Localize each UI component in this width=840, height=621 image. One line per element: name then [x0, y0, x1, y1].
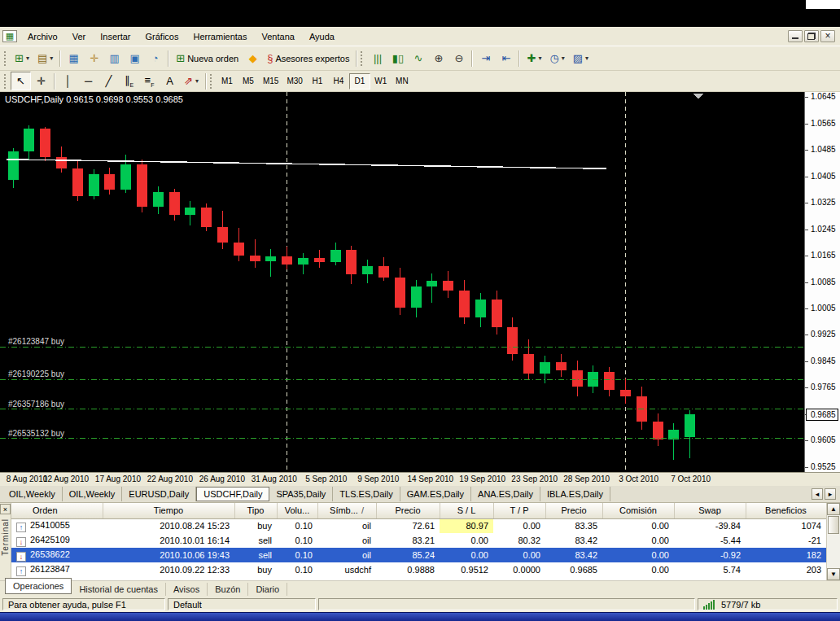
toolbar-grip[interactable]: [4, 51, 8, 66]
horizontal-line-button[interactable]: ─: [78, 72, 98, 90]
timeframe-w1[interactable]: W1: [370, 73, 392, 90]
menu-ventana[interactable]: Ventana: [255, 29, 302, 44]
menu-gra-ficos[interactable]: Gráficos: [138, 29, 186, 44]
chart-tab-gam-es-daily[interactable]: GAM.ES,Daily: [400, 487, 471, 501]
column-header-tiempo[interactable]: Tiempo: [103, 503, 234, 518]
terminal-tab-buzo-n[interactable]: Buzón: [208, 583, 248, 596]
terminal-tab-historial-de-cuentas[interactable]: Historial de cuentas: [72, 583, 166, 596]
candlestick-button[interactable]: ▮▯: [387, 49, 408, 68]
zoom-out-button[interactable]: ⊖: [448, 49, 469, 68]
column-header-comisio-n[interactable]: Comisión: [602, 503, 674, 518]
order-row-25410055[interactable]: ↑254100552010.08.24 15:23buy0.10oil72.61…: [11, 518, 826, 533]
menu-insertar[interactable]: Insertar: [93, 29, 138, 44]
channel-button[interactable]: ∥E: [119, 72, 139, 90]
scroll-up-icon[interactable]: ▲: [827, 503, 840, 515]
periods-button[interactable]: ◷▾: [545, 49, 568, 68]
price-tick-label: 0.9525: [805, 462, 836, 471]
vertical-dashed-lines[interactable]: [287, 92, 626, 472]
chart-shift-button[interactable]: ⇤: [496, 49, 516, 68]
chart-tab-oil-weekly[interactable]: OIL,Weekly: [2, 487, 63, 501]
tabs-scroll-right-icon[interactable]: ▸: [825, 488, 836, 500]
crosshair-button[interactable]: ✛: [31, 72, 51, 90]
chart-shift-icon: ⇤: [502, 53, 511, 63]
column-header-s-l[interactable]: S / L: [440, 503, 493, 518]
terminal-tab-avisos[interactable]: Avisos: [166, 583, 208, 596]
timeframe-h1[interactable]: H1: [307, 73, 328, 90]
chart-area[interactable]: #26123847 buy#26190225 buy#26357186 buy#…: [0, 92, 840, 472]
terminal-scrollbar[interactable]: ▲ ▼: [826, 503, 840, 580]
terminal-tab-operaciones[interactable]: Operaciones: [5, 578, 72, 594]
navigator-button[interactable]: ✛: [84, 49, 104, 68]
timeframe-h4[interactable]: H4: [328, 73, 349, 90]
expert-advisors-button[interactable]: §Asesores expertos: [263, 49, 353, 68]
close-button[interactable]: [820, 30, 835, 42]
toolbar-grip[interactable]: [4, 74, 8, 89]
column-header-t-p[interactable]: T / P: [493, 503, 545, 518]
terminal-close-button[interactable]: ×: [0, 504, 11, 514]
chart-tab-oil-weekly[interactable]: OIL,Weekly: [63, 487, 123, 501]
order-row-26123847[interactable]: ↑261238472010.09.22 12:33buy0.10usdchf0.…: [11, 562, 826, 577]
column-header-precio[interactable]: Precio: [376, 503, 440, 518]
order-row-26538622[interactable]: ↓265386222010.10.06 19:43sell0.10oil85.2…: [11, 548, 826, 562]
timeframe-m5[interactable]: M5: [238, 73, 259, 90]
metaeditor-button[interactable]: ◆: [243, 49, 263, 68]
column-header-orden[interactable]: Orden: [11, 503, 103, 518]
chart-canvas[interactable]: #26123847 buy#26190225 buy#26357186 buy#…: [0, 92, 804, 472]
toolbar-grip[interactable]: [210, 74, 214, 89]
column-header-swap[interactable]: Swap: [674, 503, 746, 518]
bar-chart-button[interactable]: |||: [367, 49, 387, 68]
terminal-toggle-button[interactable]: ▣: [125, 49, 145, 68]
tabs-scroll-left-icon[interactable]: ◂: [812, 488, 823, 500]
scroll-down-icon[interactable]: ▼: [827, 568, 840, 580]
column-header-tipo[interactable]: Tipo: [234, 503, 277, 518]
time-tick-label: 17 Aug 2010: [91, 474, 145, 483]
time-tick-label: 7 Oct 2010: [664, 474, 718, 483]
chart-tab-spa35-daily[interactable]: SPA35,Daily: [269, 487, 333, 501]
line-chart-button[interactable]: ∿: [408, 49, 428, 68]
market-watch-button[interactable]: ▦: [63, 49, 84, 68]
vertical-line-button[interactable]: │: [58, 72, 78, 90]
cursor-button[interactable]: ↖: [11, 72, 31, 90]
menu-ayuda[interactable]: Ayuda: [302, 29, 342, 44]
restore-button[interactable]: [804, 30, 819, 42]
trendline-button[interactable]: ╱: [98, 72, 119, 90]
timeframe-m15[interactable]: M15: [259, 73, 282, 90]
chart-tab-ibla-es-daily[interactable]: IBLA.ES,Daily: [540, 487, 610, 501]
fibonacci-button[interactable]: ≡F: [139, 72, 160, 90]
scrollbar-track[interactable]: [827, 535, 840, 568]
menu-ver[interactable]: Ver: [65, 29, 94, 44]
trendline-object[interactable]: [7, 160, 606, 168]
profiles-button[interactable]: ▤▾: [33, 49, 57, 68]
chart-tab-tls-es-daily[interactable]: TLS.ES,Daily: [333, 487, 400, 501]
timeframe-m30[interactable]: M30: [282, 73, 306, 90]
templates-button[interactable]: ▨▾: [569, 49, 593, 68]
new-chart-button[interactable]: ⊞▾: [11, 49, 33, 68]
column-header-precio[interactable]: Precio: [545, 503, 602, 518]
chart-tab-ana-es-daily[interactable]: ANA.ES,Daily: [471, 487, 540, 501]
auto-scroll-button[interactable]: ⇥: [475, 49, 496, 68]
arrows-button[interactable]: ⇗▾: [180, 72, 203, 90]
column-header-si-mb[interactable]: Símb.../: [317, 503, 376, 518]
chart-tab-eurusd-daily[interactable]: EURUSD,Daily: [122, 487, 196, 501]
menu-herramientas[interactable]: Herramientas: [186, 29, 254, 44]
indicators-button[interactable]: ✚▾: [523, 49, 545, 68]
minimize-button[interactable]: [788, 30, 803, 42]
strategy-tester-button[interactable]: ◔: [145, 49, 165, 68]
column-header-beneficios[interactable]: Beneficios: [746, 503, 826, 518]
timeframe-mn[interactable]: MN: [392, 73, 413, 90]
menu-archivo[interactable]: Archivo: [20, 29, 65, 44]
new-order-button[interactable]: ⊞Nueva orden: [172, 49, 243, 68]
timeframe-m1[interactable]: M1: [217, 73, 238, 90]
chart-tab-usdchf-daily[interactable]: USDCHF,Daily: [196, 487, 269, 501]
text-button[interactable]: A: [160, 72, 180, 90]
order-row-26425109[interactable]: ↓264251092010.10.01 16:14sell0.10oil83.2…: [11, 533, 826, 548]
order-lines[interactable]: #26123847 buy#26190225 buy#26357186 buy#…: [0, 337, 804, 438]
zoom-in-button[interactable]: ⊕: [428, 49, 448, 68]
terminal-tab-diario[interactable]: Diario: [248, 583, 287, 596]
column-header-volu[interactable]: Volu...: [277, 503, 317, 518]
scrollbar-thumb[interactable]: [828, 516, 839, 534]
toolbar-grip[interactable]: [361, 51, 365, 66]
data-window-button[interactable]: ▥: [104, 49, 125, 68]
status-profile[interactable]: Default: [168, 598, 316, 610]
timeframe-d1[interactable]: D1: [349, 73, 370, 90]
